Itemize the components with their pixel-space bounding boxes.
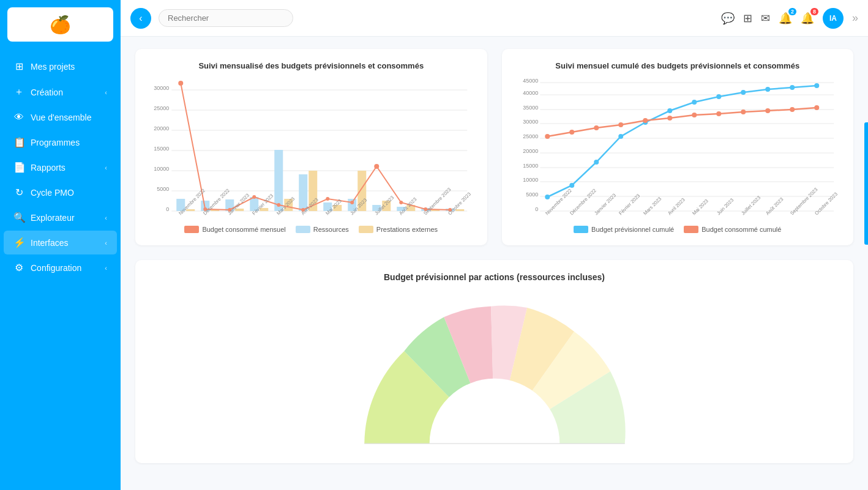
explore-icon: 🔍	[13, 212, 24, 223]
sidebar-item-interfaces[interactable]: ⚡ Interfaces ‹	[4, 231, 117, 254]
doc-icon: 📋	[13, 136, 24, 148]
svg-text:Avril 2023: Avril 2023	[667, 197, 686, 217]
mail-icon[interactable]: ✉	[761, 12, 770, 25]
apps-icon[interactable]: ⊞	[743, 12, 752, 25]
sidebar-item-cycle-pmo[interactable]: ↻ Cycle PMO	[4, 180, 117, 204]
legend-item-4: Budget prévisionnel cumulé	[574, 226, 674, 233]
main-content: ‹ 💬 ⊞ ✉ 🔔 2 🔔 8 IA » Suivi mensualisé de…	[121, 0, 868, 490]
svg-text:5000: 5000	[157, 186, 169, 192]
search-input[interactable]	[159, 9, 293, 27]
sidebar-item-label: Explorateur	[31, 213, 75, 223]
legend-label-1: Budget consommé mensuel	[202, 226, 285, 233]
connect-icon: ⚡	[13, 237, 24, 248]
legend-swatch-1	[184, 226, 199, 233]
svg-text:Juillet 2023: Juillet 2023	[740, 195, 761, 216]
svg-point-104	[790, 107, 795, 112]
svg-point-85	[618, 134, 623, 139]
svg-text:25000: 25000	[154, 105, 169, 111]
sidebar-item-mes-projets[interactable]: ⊞ Mes projets	[4, 54, 117, 78]
svg-text:Juin 2023: Juin 2023	[716, 197, 735, 216]
sidebar-item-configuration[interactable]: ⚙ Configuration ‹	[4, 256, 117, 280]
sidebar-item-explorateur[interactable]: 🔍 Explorateur ‹	[4, 206, 117, 229]
svg-text:0: 0	[535, 206, 538, 212]
refresh-icon: ↻	[13, 187, 24, 198]
sidebar-item-programmes[interactable]: 📋 Programmes	[4, 130, 117, 154]
legend-item-2: Ressources	[296, 226, 349, 233]
svg-point-100	[692, 113, 697, 117]
svg-text:Janvier 2023: Janvier 2023	[593, 192, 617, 216]
file-icon: 📄	[13, 161, 24, 173]
logo-icon: 🍊	[50, 15, 71, 35]
topbar-icons: 💬 ⊞ ✉ 🔔 2 🔔 8 IA »	[721, 8, 858, 29]
svg-text:10000: 10000	[154, 166, 169, 172]
back-button[interactable]: ‹	[130, 8, 151, 29]
svg-text:0: 0	[166, 206, 169, 212]
alert-icon[interactable]: 🔔 8	[801, 12, 814, 25]
charts-area: Suivi mensualisé des budgets prévisionne…	[121, 37, 868, 490]
svg-text:45000: 45000	[523, 78, 538, 84]
notification-badge: 2	[788, 8, 796, 15]
chart2-legend: Budget prévisionnel cumulé Budget consom…	[514, 226, 842, 233]
chart3-title: Budget prévisionnel par actions (ressour…	[148, 272, 841, 282]
chart1-legend: Budget consommé mensuel Ressources Prest…	[148, 226, 475, 233]
chevron-icon: ‹	[105, 214, 107, 221]
svg-point-105	[814, 105, 819, 110]
chart2-title: Suivi mensuel cumulé des budgets prévisi…	[514, 61, 842, 70]
svg-point-38	[178, 81, 183, 86]
legend-swatch-2	[296, 226, 310, 233]
sidebar-item-label: Création	[31, 87, 63, 97]
legend-item-1: Budget consommé mensuel	[184, 226, 285, 233]
bell-icon[interactable]: 🔔 2	[779, 12, 792, 25]
svg-point-96	[594, 125, 599, 130]
sidebar-item-label: Cycle PMO	[31, 188, 74, 198]
avatar[interactable]: IA	[823, 8, 844, 29]
chart-card-1: Suivi mensualisé des budgets prévisionne…	[135, 49, 487, 245]
svg-text:15000: 15000	[154, 146, 169, 152]
chevron-icon: ‹	[105, 89, 107, 96]
grid-icon: ⊞	[13, 61, 24, 72]
eye-icon: 👁	[13, 112, 24, 123]
svg-point-95	[569, 130, 574, 135]
chevron-icon: ‹	[105, 239, 107, 247]
svg-point-45	[350, 201, 354, 204]
svg-point-92	[790, 85, 795, 90]
sidebar-item-label: Configuration	[31, 263, 81, 273]
right-accent	[864, 122, 868, 245]
svg-point-84	[594, 160, 599, 165]
sidebar: 🍊 ⊞ Mes projets ＋ Création ‹ 👁 Vue d'ens…	[0, 0, 121, 490]
collapse-button[interactable]: »	[852, 12, 858, 24]
svg-point-47	[399, 201, 403, 204]
svg-point-46	[374, 164, 379, 169]
svg-text:35000: 35000	[523, 105, 538, 111]
svg-point-88	[692, 100, 697, 105]
legend-swatch-5	[684, 226, 698, 233]
svg-point-102	[741, 110, 746, 114]
svg-point-99	[667, 116, 672, 121]
svg-point-83	[569, 183, 574, 188]
legend-item-5: Budget consommé cumulé	[684, 226, 781, 233]
svg-text:30000: 30000	[154, 85, 169, 91]
legend-item-3: Prestations externes	[359, 226, 438, 233]
budget-section: Budget prévisionnel par actions (ressour…	[135, 260, 853, 463]
svg-text:15000: 15000	[523, 163, 538, 169]
sidebar-item-rapports[interactable]: 📄 Rapports ‹	[4, 155, 117, 179]
chevron-icon: ‹	[105, 264, 107, 272]
svg-point-94	[545, 134, 550, 139]
svg-point-97	[618, 122, 623, 127]
gear-icon: ⚙	[13, 262, 24, 273]
svg-point-44	[326, 197, 329, 201]
svg-text:10000: 10000	[523, 177, 538, 183]
svg-text:20000: 20000	[523, 148, 538, 154]
sidebar-item-label: Vue d'ensemble	[31, 113, 91, 122]
chart1-title: Suivi mensualisé des budgets prévisionne…	[148, 61, 475, 70]
sidebar-item-creation[interactable]: ＋ Création ‹	[4, 80, 117, 105]
chat-icon[interactable]: 💬	[721, 12, 735, 25]
sidebar-item-label: Interfaces	[31, 238, 68, 248]
alert-badge: 8	[810, 8, 818, 15]
svg-text:Mai 2023: Mai 2023	[691, 198, 709, 216]
svg-point-98	[643, 118, 648, 123]
legend-label-5: Budget consommé cumulé	[702, 226, 781, 233]
svg-text:Août 2023: Août 2023	[765, 196, 785, 217]
chart-card-2: Suivi mensuel cumulé des budgets prévisi…	[502, 49, 854, 245]
sidebar-item-vue-ensemble[interactable]: 👁 Vue d'ensemble	[4, 106, 117, 129]
